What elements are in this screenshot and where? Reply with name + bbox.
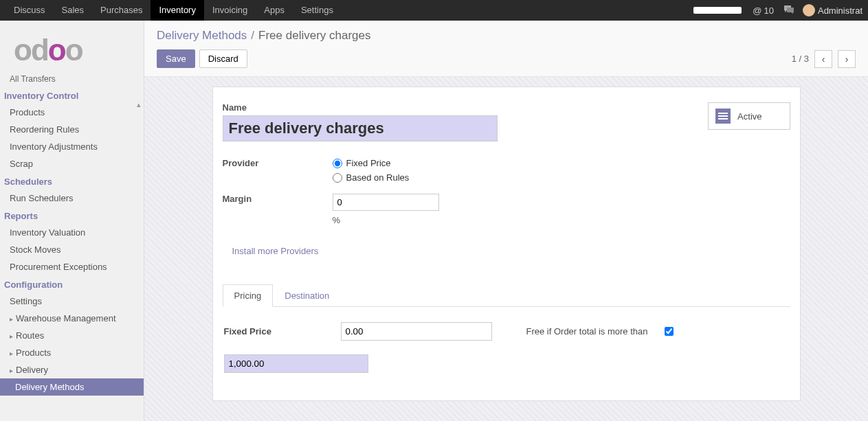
nav-products[interactable]: Products [0, 104, 144, 121]
nav-reordering-rules[interactable]: Reordering Rules [0, 121, 144, 138]
nav-delivery[interactable]: Delivery [0, 361, 144, 378]
menu-invoicing[interactable]: Invoicing [204, 0, 256, 21]
nav-routes[interactable]: Routes [0, 327, 144, 344]
nav-procurement-exceptions[interactable]: Procurement Exceptions [0, 258, 144, 275]
discard-button[interactable]: Discard [199, 49, 247, 68]
menu-apps[interactable]: Apps [256, 0, 293, 21]
scroll-up-icon[interactable]: ▴ [137, 100, 141, 109]
logo: odoo [0, 21, 144, 74]
provider-based-on-rules[interactable]: Based on Rules [333, 172, 410, 183]
action-bar: Save Discard 1 / 3 ‹ › [144, 45, 868, 77]
free-if-checkbox[interactable] [665, 327, 674, 336]
margin-unit: % [333, 215, 439, 225]
nav-delivery-methods[interactable]: Delivery Methods [0, 378, 144, 396]
nav-settings[interactable]: Settings [0, 293, 144, 310]
fixed-price-label: Fixed Price [224, 326, 327, 337]
tab-pricing[interactable]: Pricing [223, 284, 274, 307]
menu-purchases[interactable]: Purchases [92, 0, 151, 21]
progress-bar [693, 7, 742, 14]
nav-section-reports: Reports [0, 207, 144, 224]
breadcrumb-separator: / [251, 29, 254, 43]
form-sheet: Name Active Provider Fixed Price [212, 87, 801, 401]
nav-section-schedulers: Schedulers [0, 172, 144, 190]
avatar[interactable] [803, 4, 815, 16]
nav-products-config[interactable]: Products [0, 344, 144, 361]
free-if-label: Free if Order total is more than [526, 326, 648, 337]
margin-input[interactable] [333, 194, 439, 211]
active-label: Active [737, 111, 761, 122]
menu-discuss[interactable]: Discuss [5, 0, 54, 21]
nav-warehouse-management[interactable]: Warehouse Management [0, 310, 144, 327]
breadcrumb: Delivery Methods / Free delivery charges [144, 21, 868, 45]
menu-sales[interactable]: Sales [54, 0, 93, 21]
nav-all-transfers[interactable]: All Transfers [0, 74, 144, 87]
content-area: Delivery Methods / Free delivery charges… [144, 21, 868, 421]
active-toggle[interactable]: Active [708, 102, 790, 130]
menu-settings[interactable]: Settings [293, 0, 342, 21]
archive-icon [715, 109, 731, 124]
pager: 1 / 3 ‹ › [792, 50, 856, 68]
tabs: Pricing Destination [223, 284, 790, 307]
breadcrumb-current: Free delivery charges [258, 29, 370, 43]
provider-fixed-radio[interactable] [333, 159, 342, 168]
top-menubar: Discuss Sales Purchases Inventory Invoic… [0, 0, 868, 21]
nav-stock-moves[interactable]: Stock Moves [0, 241, 144, 258]
nav-inventory-valuation[interactable]: Inventory Valuation [0, 224, 144, 241]
install-providers-link[interactable]: Install more Providers [232, 246, 319, 256]
provider-rules-radio[interactable] [333, 173, 342, 183]
user-name[interactable]: Administrat [818, 5, 863, 16]
name-input[interactable] [223, 115, 498, 141]
provider-fixed-price[interactable]: Fixed Price [333, 158, 410, 168]
pager-prev[interactable]: ‹ [814, 50, 832, 68]
at-icon: @ [753, 5, 761, 16]
nav-section-configuration: Configuration [0, 275, 144, 293]
save-button[interactable]: Save [157, 49, 195, 68]
margin-label: Margin [223, 194, 333, 223]
nav-run-schedulers[interactable]: Run Schedulers [0, 190, 144, 207]
fixed-price-input[interactable] [341, 322, 492, 341]
tab-destination[interactable]: Destination [273, 284, 341, 307]
provider-label: Provider [223, 158, 333, 184]
nav-section-inventory-control: Inventory Control [0, 87, 144, 104]
sidebar: odoo ▴ All Transfers Inventory Control P… [0, 21, 144, 421]
breadcrumb-parent[interactable]: Delivery Methods [157, 29, 247, 43]
name-label: Name [223, 102, 498, 113]
chat-icon[interactable] [783, 5, 794, 16]
nav-inventory-adjustments[interactable]: Inventory Adjustments [0, 138, 144, 155]
notification-count[interactable]: @10 [753, 5, 774, 16]
menu-inventory[interactable]: Inventory [151, 0, 203, 21]
nav-scrap[interactable]: Scrap [0, 155, 144, 172]
pager-next[interactable]: › [838, 50, 856, 68]
pricing-panel: Fixed Price Free if Order total is more … [223, 307, 790, 373]
free-if-amount-input[interactable] [224, 354, 368, 373]
pager-text: 1 / 3 [792, 54, 809, 64]
